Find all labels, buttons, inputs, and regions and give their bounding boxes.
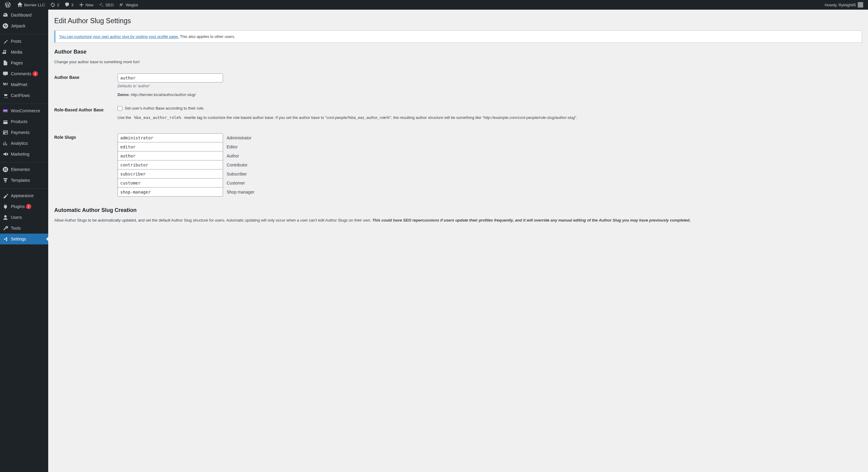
tools-icon	[2, 225, 8, 231]
svg-point-0	[3, 23, 8, 29]
menu-comments[interactable]: Comments3	[0, 68, 48, 79]
cartflows-icon	[2, 92, 8, 98]
role-slug-input-author[interactable]	[118, 151, 223, 161]
auto-heading: Automatic Author Slug Creation	[54, 207, 862, 213]
role-slug-label: Contributor	[227, 163, 247, 167]
menu-templates[interactable]: Templates	[0, 175, 48, 186]
update-icon	[50, 2, 56, 8]
menu-plugins[interactable]: Plugins2	[0, 201, 48, 212]
menu-dashboard[interactable]: Dashboard	[0, 10, 48, 21]
users-icon	[2, 214, 8, 221]
svg-rect-1	[3, 109, 8, 112]
seo-link[interactable]: SEO	[96, 0, 116, 10]
author-base-input[interactable]	[118, 73, 223, 82]
role-slug-input-customer[interactable]	[118, 178, 223, 188]
role-slug-label: Subscriber	[227, 172, 247, 176]
role-slug-row: Shop manager	[118, 188, 859, 197]
comments-badge: 3	[33, 71, 38, 76]
site-name-link[interactable]: Bernier LLC	[14, 0, 47, 10]
payments-icon	[2, 129, 8, 135]
menu-marketing[interactable]: Marketing	[0, 149, 48, 160]
menu-settings[interactable]: Settings	[0, 234, 48, 239]
comments-icon	[64, 2, 70, 8]
marketing-icon	[2, 151, 8, 157]
profile-page-link[interactable]: You can customize your own author slug b…	[59, 34, 179, 39]
menu-jetpack[interactable]: Jetpack	[0, 21, 48, 31]
menu-mailpoet[interactable]: MailPoet	[0, 79, 48, 90]
home-icon	[17, 2, 23, 8]
elementor-icon	[2, 166, 8, 172]
howdy-link[interactable]: Howdy, Ryleigh85	[822, 0, 866, 10]
role-slugs-list: AdministratorEditorAuthorContributorSubs…	[118, 133, 859, 197]
settings-icon	[2, 236, 8, 239]
pin-icon	[2, 38, 8, 44]
site-name-text: Bernier LLC	[24, 3, 45, 7]
menu-appearance[interactable]: Appearance	[0, 190, 48, 201]
page-title: Edit Author Slug Settings	[54, 17, 862, 25]
plus-icon	[79, 2, 84, 8]
svg-point-3	[4, 215, 7, 217]
comments-link[interactable]: 3	[62, 0, 76, 10]
menu-pages[interactable]: Pages	[0, 58, 48, 68]
menu-payments[interactable]: Payments	[0, 127, 48, 138]
role-slug-input-shop-manager[interactable]	[118, 188, 223, 197]
demo-row: Demo: http://bernier.local/author/author…	[118, 92, 859, 97]
menu-tools[interactable]: Tools	[0, 223, 48, 234]
role-base-checkbox[interactable]	[118, 106, 122, 111]
wp-logo[interactable]	[2, 0, 14, 10]
menu-users[interactable]: Users	[0, 212, 48, 223]
avatar	[858, 2, 863, 7]
role-slug-input-subscriber[interactable]	[118, 169, 223, 178]
role-slugs-label: Role Slugs	[54, 129, 115, 201]
howdy-text: Howdy, Ryleigh85	[825, 3, 856, 7]
appearance-icon	[2, 193, 8, 199]
admin-sidebar: Dashboard Jetpack Posts Media Pages Comm…	[0, 10, 48, 239]
role-base-label: Role-Based Author Base	[54, 101, 115, 129]
mailpoet-icon	[2, 81, 8, 88]
demo-url: http://bernier.local/author/author-slug/	[131, 92, 195, 97]
plugins-icon	[2, 203, 8, 209]
seo-label: SEO	[105, 3, 114, 7]
comments-count: 3	[71, 3, 73, 7]
weglot-link[interactable]: Weglot	[116, 0, 140, 10]
role-slug-row: Subscriber	[118, 169, 859, 178]
comment-icon	[2, 71, 8, 77]
role-slug-input-editor[interactable]	[118, 142, 223, 151]
weglot-icon	[119, 2, 124, 8]
author-base-help: Change your author base to something mor…	[54, 59, 862, 65]
new-link[interactable]: New	[76, 0, 96, 10]
woocommerce-icon	[2, 108, 8, 114]
role-base-checkbox-label[interactable]: Set user's Author Base according to thei…	[125, 106, 204, 110]
menu-elementor[interactable]: Elementor	[0, 164, 48, 175]
media-icon	[2, 49, 8, 55]
content-area: Edit Author Slug Settings You can custom…	[48, 0, 868, 239]
role-slug-label: Customer	[227, 180, 245, 186]
menu-products[interactable]: Products	[0, 116, 48, 127]
plugins-badge: 2	[26, 204, 31, 209]
role-slug-label: Author	[227, 154, 239, 158]
role-slug-label: Editor	[227, 144, 238, 149]
role-slug-row: Contributor	[118, 161, 859, 169]
demo-label: Demo:	[118, 92, 130, 97]
role-base-help: Use the %ba_eas_author_role% rewrite tag…	[118, 115, 859, 121]
updates-count: 2	[57, 3, 59, 7]
page-icon	[2, 60, 8, 66]
menu-woocommerce[interactable]: WooCommerce	[0, 105, 48, 116]
menu-posts[interactable]: Posts	[0, 36, 48, 47]
menu-cartflows[interactable]: CartFlows	[0, 90, 48, 101]
dashboard-icon	[2, 12, 8, 18]
role-slug-input-administrator[interactable]	[118, 133, 223, 142]
seo-icon	[98, 2, 104, 8]
menu-analytics[interactable]: Analytics	[0, 138, 48, 149]
updates-link[interactable]: 2	[47, 0, 61, 10]
menu-media[interactable]: Media	[0, 47, 48, 58]
wordpress-icon	[5, 2, 11, 8]
admin-toolbar: Bernier LLC 2 3 New SEO Weglot Howdy, Ry…	[0, 0, 868, 10]
products-icon	[2, 119, 8, 125]
settings-form: Author Base Defaults to 'author' Demo: h…	[54, 69, 862, 201]
author-base-description: Defaults to 'author'	[118, 84, 859, 88]
new-label: New	[86, 3, 93, 7]
role-slug-label: Shop manager	[227, 190, 254, 195]
role-slug-input-contributor[interactable]	[118, 161, 223, 169]
author-base-label: Author Base	[54, 69, 115, 101]
